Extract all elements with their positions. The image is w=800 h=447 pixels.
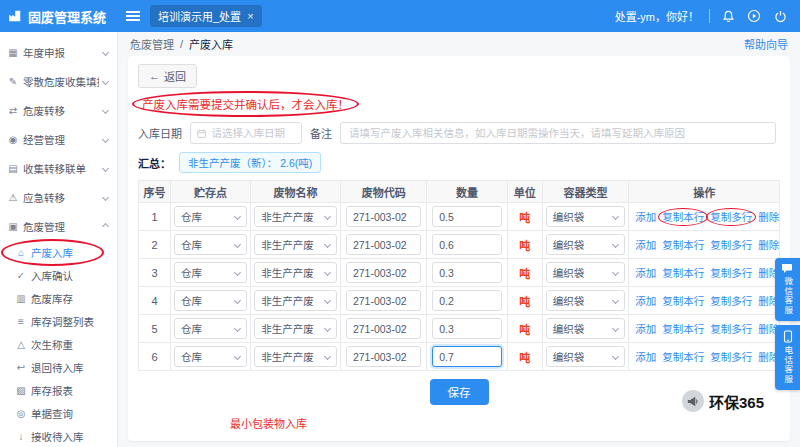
container-select[interactable]: 编织袋 [546,206,626,227]
wechat-icon [781,263,794,274]
waste-name-select[interactable]: 非生产产废 [254,206,337,227]
sidebar-item-label: 危废管理 [23,219,65,234]
container-select[interactable]: 编织袋 [546,318,626,339]
action-copy-multiple[interactable]: 复制多行 [710,239,752,251]
action-add[interactable]: 添加 [635,211,656,223]
table-row: 6仓库非生产产废吨编织袋添加复制本行复制多行删除 [139,343,780,371]
save-button[interactable]: 保存 [430,379,489,405]
storage-select[interactable]: 仓库 [174,318,247,339]
action-copy-row[interactable]: 复制本行 [662,239,704,251]
storage-select[interactable]: 仓库 [174,234,247,255]
chevron-down-icon [234,297,241,304]
row-index: 4 [139,287,171,315]
workspace-tab[interactable]: 培训演示用_处置 [150,5,262,27]
quantity-input[interactable] [432,318,501,339]
storage-select[interactable]: 仓库 [174,346,247,367]
action-add[interactable]: 添加 [635,295,656,307]
note-input[interactable] [340,122,776,144]
sidebar-item-secondary-weighing[interactable]: △次生称重 [0,333,117,356]
quantity-input[interactable] [432,290,501,311]
phone-service-button[interactable]: 电话客服 [775,325,800,390]
action-copy-row[interactable]: 复制本行 [662,351,704,363]
action-add[interactable]: 添加 [635,239,656,251]
table-row: 5仓库非生产产废吨编织袋添加复制本行复制多行删除 [139,315,780,343]
action-copy-multiple[interactable]: 复制多行 [710,295,752,307]
waste-code-input[interactable] [346,290,422,311]
row-actions: 添加复制本行复制多行删除 [629,315,780,343]
waste-name-select[interactable]: 非生产产废 [254,290,337,311]
quantity-input[interactable] [432,262,501,283]
waste-code-input[interactable] [346,262,422,283]
table-row: 2仓库非生产产废吨编织袋添加复制本行复制多行删除 [139,231,780,259]
summary-tag: 非生产产废（新）： 2.6(吨) [179,152,321,173]
chevron-down-icon [612,213,619,220]
hamburger-menu-icon[interactable] [126,11,140,21]
sidebar-item-waste-management[interactable]: ▣危废管理 [0,212,117,241]
quantity-input[interactable] [432,346,501,367]
waste-code-input[interactable] [346,206,422,227]
waste-code-input[interactable] [346,234,422,255]
action-copy-multiple[interactable]: 复制多行 [710,323,752,335]
sidebar-item-waste-transfer[interactable]: ⇄危废转移 [0,96,117,125]
waste-code-input[interactable] [346,346,422,367]
table-row: 4仓库非生产产废吨编织袋添加复制本行复制多行删除 [139,287,780,315]
circle-play-icon[interactable] [746,8,762,24]
help-guide-link[interactable]: 帮助向导 [744,36,788,52]
waste-name-select[interactable]: 非生产产废 [254,262,337,283]
action-add[interactable]: 添加 [635,351,656,363]
inbound-date-input[interactable] [211,127,295,139]
wechat-service-button[interactable]: 微信客服 [775,258,800,321]
container-select[interactable]: 编织袋 [546,346,626,367]
action-delete[interactable]: 删除 [758,211,779,223]
action-delete[interactable]: 删除 [758,239,779,251]
container-select[interactable]: 编织袋 [546,290,626,311]
chevron-down-icon [612,269,619,276]
row-actions: 添加复制本行复制多行删除 [629,203,780,231]
waste-name-select[interactable]: 非生产产废 [254,318,337,339]
sidebar-item-annual-report[interactable]: ▦年度申报 [0,38,117,67]
container-select[interactable]: 编织袋 [546,234,626,255]
sidebar-item-document-query[interactable]: ◎单据查询 [0,402,117,425]
sidebar-item-collect-transfer-manifest[interactable]: ▤收集转移联单 [0,154,117,183]
container-select[interactable]: 编织袋 [546,262,626,283]
action-copy-row[interactable]: 复制本行 [662,295,704,307]
breadcrumb-section[interactable]: 危废管理 [130,36,174,52]
container-select-value: 编织袋 [553,265,585,280]
action-copy-row[interactable]: 复制本行 [662,267,704,279]
date-picker[interactable] [190,122,302,144]
storage-select[interactable]: 仓库 [174,206,247,227]
action-copy-row[interactable]: 复制本行 [662,211,704,223]
sidebar-item-scattered-waste-report[interactable]: ✎零散危废收集填报 [0,67,117,96]
action-add[interactable]: 添加 [635,323,656,335]
container-select-value: 编织袋 [553,349,585,364]
storage-select-value: 仓库 [181,321,202,336]
sidebar-item-waste-stock[interactable]: ▥危废库存 [0,287,117,310]
waste-code-input[interactable] [346,318,422,339]
action-copy-multiple[interactable]: 复制多行 [710,211,752,223]
sidebar-item-receive-pending-inbound[interactable]: ↓接收待入库 [0,425,117,447]
sidebar-item-return-pending-inbound[interactable]: ↩退回待入库 [0,356,117,379]
storage-select[interactable]: 仓库 [174,290,247,311]
sidebar-item-operation-management[interactable]: ◉经营管理 [0,125,117,154]
action-copy-row[interactable]: 复制本行 [662,323,704,335]
quantity-input[interactable] [432,206,501,227]
action-add[interactable]: 添加 [635,267,656,279]
power-icon[interactable] [772,8,788,24]
inbound-notice: 产废入库需要提交并确认后，才会入库！ [142,96,349,112]
action-copy-multiple[interactable]: 复制多行 [710,351,752,363]
quantity-input[interactable] [432,234,501,255]
sidebar-item-stock-report[interactable]: ▧库存报表 [0,379,117,402]
action-copy-multiple[interactable]: 复制多行 [710,267,752,279]
sidebar-item-inbound-confirm[interactable]: ✓入库确认 [0,264,117,287]
app-title: 固废管理系统 [28,7,106,26]
bell-icon[interactable] [720,8,736,24]
waste-name-select[interactable]: 非生产产废 [254,346,337,367]
sidebar-item-stock-adjust-list[interactable]: ≡库存调整列表 [0,310,117,333]
waste-name-select[interactable]: 非生产产废 [254,234,337,255]
sidebar-item-waste-inbound[interactable]: ⌂产废入库 [0,241,117,264]
sidebar-item-emergency-transfer[interactable]: ⚠应急转移 [0,183,117,212]
back-button[interactable]: 返回 [138,64,197,88]
tab-close-icon[interactable] [247,11,253,22]
column-header: 贮存点 [171,181,251,203]
storage-select[interactable]: 仓库 [174,262,247,283]
